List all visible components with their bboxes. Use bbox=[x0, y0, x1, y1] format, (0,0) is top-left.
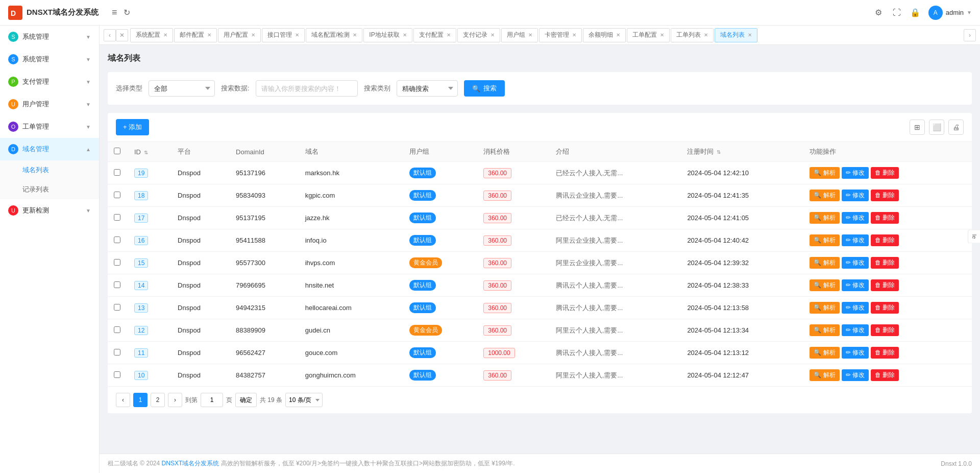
analyze-btn-15[interactable]: 🔍 解析 bbox=[810, 257, 839, 269]
search-input[interactable] bbox=[256, 80, 358, 97]
tab-close-payment-config[interactable]: ✕ bbox=[447, 32, 451, 38]
analyze-btn-17[interactable]: 🔍 解析 bbox=[810, 212, 839, 224]
tab-close-balance[interactable]: ✕ bbox=[616, 32, 620, 38]
tab-next-btn[interactable]: › bbox=[964, 29, 976, 41]
edit-btn-11[interactable]: ✏ 修改 bbox=[842, 347, 869, 359]
row-checkbox-10[interactable] bbox=[114, 371, 120, 378]
tab-ip[interactable]: IP地址获取✕ bbox=[363, 28, 412, 42]
edit-btn-13[interactable]: ✏ 修改 bbox=[842, 302, 869, 314]
delete-btn-12[interactable]: 🗑 删除 bbox=[871, 324, 899, 336]
fullscreen-icon[interactable]: ⛶ bbox=[892, 8, 902, 18]
row-checkbox-13[interactable] bbox=[114, 304, 120, 311]
add-button[interactable]: + 添加 bbox=[116, 119, 149, 135]
delete-btn-10[interactable]: 🗑 删除 bbox=[871, 369, 899, 381]
tab-order-list[interactable]: 工单列表✕ bbox=[671, 28, 714, 42]
row-checkbox-16[interactable] bbox=[114, 236, 120, 243]
analyze-btn-13[interactable]: 🔍 解析 bbox=[810, 302, 839, 314]
tab-user-group[interactable]: 用户组✕ bbox=[501, 28, 538, 42]
tab-payment-record[interactable]: 支付记录✕ bbox=[457, 28, 500, 42]
tab-close-all-btn[interactable]: ✕ bbox=[116, 29, 128, 41]
edit-btn-14[interactable]: ✏ 修改 bbox=[842, 279, 869, 291]
tab-close-mail-config[interactable]: ✕ bbox=[207, 32, 211, 38]
tab-mail-config[interactable]: 邮件配置✕ bbox=[174, 28, 217, 42]
tab-close-ip[interactable]: ✕ bbox=[403, 32, 407, 38]
lock-icon[interactable]: 🔒 bbox=[910, 8, 920, 18]
sidebar-sub-item-domain-list[interactable]: 域名列表 bbox=[0, 160, 99, 180]
select-all-checkbox[interactable] bbox=[114, 148, 120, 154]
tab-close-order-list[interactable]: ✕ bbox=[704, 32, 708, 38]
prev-page-btn[interactable]: ‹ bbox=[116, 393, 130, 407]
delete-btn-16[interactable]: 🗑 删除 bbox=[871, 234, 899, 246]
row-checkbox-11[interactable] bbox=[114, 349, 120, 356]
print-btn[interactable]: 🖨 bbox=[948, 120, 964, 135]
tab-domain-list[interactable]: 域名列表✕ bbox=[715, 28, 757, 42]
page-size-select[interactable]: 10 条/页 20 条/页 50 条/页 bbox=[285, 393, 323, 407]
row-checkbox-19[interactable] bbox=[114, 169, 120, 176]
sidebar-item-payment[interactable]: P 支付管理 ▼ bbox=[0, 70, 99, 93]
analyze-btn-14[interactable]: 🔍 解析 bbox=[810, 279, 839, 291]
edit-btn-18[interactable]: ✏ 修改 bbox=[842, 190, 869, 201]
search-button[interactable]: 🔍 搜索 bbox=[464, 80, 505, 97]
analyze-btn-19[interactable]: 🔍 解析 bbox=[810, 167, 839, 179]
feedback-btn[interactable]: Ie bbox=[968, 229, 980, 243]
refresh-btn[interactable]: ↻ bbox=[124, 8, 130, 17]
edit-btn-16[interactable]: ✏ 修改 bbox=[842, 234, 869, 246]
delete-btn-19[interactable]: 🗑 删除 bbox=[871, 167, 899, 179]
sidebar-item-system2[interactable]: S 系统管理 ▼ bbox=[0, 48, 99, 70]
delete-btn-13[interactable]: 🗑 删除 bbox=[871, 302, 899, 314]
sidebar-item-update[interactable]: U 更新检测 ▼ bbox=[0, 199, 99, 222]
tab-interface[interactable]: 接口管理✕ bbox=[262, 28, 305, 42]
edit-btn-12[interactable]: ✏ 修改 bbox=[842, 324, 869, 336]
search-type-select[interactable]: 全部 平台 域名 bbox=[149, 80, 215, 97]
sidebar-item-system1[interactable]: S 系统管理 ▼ bbox=[0, 26, 99, 48]
analyze-btn-10[interactable]: 🔍 解析 bbox=[810, 369, 839, 381]
delete-btn-15[interactable]: 🗑 删除 bbox=[871, 257, 899, 269]
analyze-btn-16[interactable]: 🔍 解析 bbox=[810, 234, 839, 246]
tab-prev-btn[interactable]: ‹ bbox=[104, 29, 116, 41]
page-btn-1[interactable]: 1 bbox=[133, 393, 148, 407]
tab-close-user-group[interactable]: ✕ bbox=[528, 32, 532, 38]
sidebar-item-order[interactable]: O 工单管理 ▼ bbox=[0, 115, 99, 138]
row-checkbox-14[interactable] bbox=[114, 281, 120, 288]
tab-close-interface[interactable]: ✕ bbox=[295, 32, 299, 38]
delete-btn-14[interactable]: 🗑 删除 bbox=[871, 279, 899, 291]
row-checkbox-12[interactable] bbox=[114, 326, 120, 333]
export-btn[interactable]: ⬜ bbox=[929, 120, 944, 135]
column-setting-btn[interactable]: ⊞ bbox=[910, 120, 925, 135]
tab-close-user-config[interactable]: ✕ bbox=[251, 32, 255, 38]
tab-payment-config[interactable]: 支付配置✕ bbox=[413, 28, 456, 42]
tab-close-domain-config[interactable]: ✕ bbox=[353, 32, 357, 38]
goto-input[interactable] bbox=[201, 393, 223, 407]
tab-close-system-config[interactable]: ✕ bbox=[163, 32, 167, 38]
sidebar-sub-item-record-list[interactable]: 记录列表 bbox=[0, 180, 99, 199]
tab-close-order-config[interactable]: ✕ bbox=[660, 32, 664, 38]
tab-close-payment-record[interactable]: ✕ bbox=[491, 32, 495, 38]
row-checkbox-17[interactable] bbox=[114, 214, 120, 221]
edit-btn-17[interactable]: ✏ 修改 bbox=[842, 212, 869, 224]
goto-confirm-btn[interactable]: 确定 bbox=[235, 393, 257, 407]
user-info[interactable]: A admin ▼ bbox=[928, 6, 972, 20]
search-kind-select[interactable]: 精确搜索 模糊搜索 bbox=[397, 80, 458, 97]
tab-close-card-mgmt[interactable]: ✕ bbox=[572, 32, 576, 38]
analyze-btn-12[interactable]: 🔍 解析 bbox=[810, 324, 839, 336]
row-checkbox-15[interactable] bbox=[114, 259, 120, 266]
row-checkbox-18[interactable] bbox=[114, 192, 120, 198]
tab-balance[interactable]: 余额明细✕ bbox=[583, 28, 626, 42]
edit-btn-10[interactable]: ✏ 修改 bbox=[842, 369, 869, 381]
page-btn-2[interactable]: 2 bbox=[151, 393, 165, 407]
edit-btn-19[interactable]: ✏ 修改 bbox=[842, 167, 869, 179]
settings-icon[interactable]: ⚙ bbox=[873, 8, 884, 18]
sidebar-item-domain[interactable]: D 域名管理 ▲ bbox=[0, 138, 99, 160]
next-page-btn[interactable]: › bbox=[168, 393, 182, 407]
analyze-btn-11[interactable]: 🔍 解析 bbox=[810, 347, 839, 359]
footer-brand-link[interactable]: DNSXT域名分发系统 bbox=[162, 460, 219, 467]
collapse-btn[interactable]: ≡ bbox=[112, 7, 117, 18]
edit-btn-15[interactable]: ✏ 修改 bbox=[842, 257, 869, 269]
tab-user-config[interactable]: 用户配置✕ bbox=[218, 28, 261, 42]
tab-domain-config[interactable]: 域名配置/检测✕ bbox=[306, 28, 362, 42]
tab-system-config[interactable]: 系统配置✕ bbox=[130, 28, 173, 42]
delete-btn-18[interactable]: 🗑 删除 bbox=[871, 190, 899, 201]
tab-close-domain-list[interactable]: ✕ bbox=[748, 32, 752, 38]
delete-btn-11[interactable]: 🗑 删除 bbox=[871, 347, 899, 359]
tab-order-config[interactable]: 工单配置✕ bbox=[627, 28, 670, 42]
